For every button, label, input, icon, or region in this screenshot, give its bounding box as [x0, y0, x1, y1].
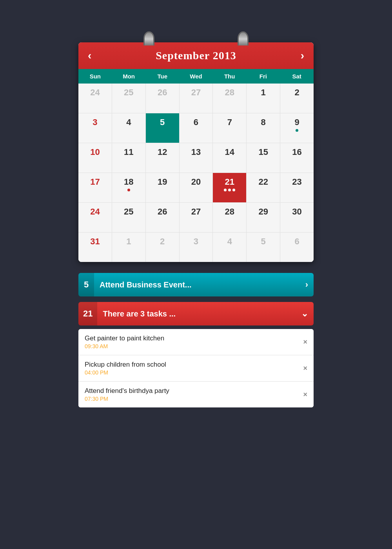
calendar-cell-0-6[interactable]: 2	[280, 84, 314, 113]
calendar-cell-0-4[interactable]: 28	[213, 84, 246, 113]
calendar-cell-5-1[interactable]: 1	[112, 233, 145, 262]
day-name-wed: Wed	[179, 69, 213, 84]
task-time-1: 04:00 PM	[85, 369, 166, 376]
date-number: 8	[261, 117, 266, 127]
task-name-2: Attend friend's birthdya party	[85, 387, 169, 395]
date-number: 22	[258, 177, 268, 187]
date-number: 27	[191, 87, 201, 98]
date-number: 7	[227, 117, 232, 127]
calendar-cell-5-6[interactable]: 6	[280, 233, 314, 262]
date-number: 5	[261, 236, 266, 247]
date-number: 25	[124, 87, 133, 98]
task-name-1: Pickup children from school	[85, 361, 166, 369]
calendar-cell-2-4[interactable]: 14	[213, 143, 246, 173]
date-number: 3	[93, 117, 97, 127]
calendar-cell-4-6[interactable]: 30	[280, 203, 314, 232]
date-number: 28	[225, 207, 234, 217]
task-name-0: Get painter to paint kitchen	[85, 334, 164, 342]
date-number: 2	[294, 87, 299, 98]
task-item-0: Get painter to paint kitchen09:30 AM×	[78, 329, 314, 355]
task-close-button-1[interactable]: ×	[303, 364, 307, 373]
calendar-cell-4-2[interactable]: 26	[146, 203, 179, 232]
task-info-0: Get painter to paint kitchen09:30 AM	[85, 334, 164, 349]
calendar-cell-1-2[interactable]: 5	[146, 113, 179, 143]
calendar-cell-2-6[interactable]: 16	[280, 143, 314, 173]
task-info-1: Pickup children from school04:00 PM	[85, 361, 166, 376]
calendar-cell-1-4[interactable]: 7	[213, 113, 246, 143]
day-name-thu: Thu	[213, 69, 247, 84]
date-number: 17	[90, 177, 100, 187]
prev-month-button[interactable]: ‹	[88, 50, 91, 61]
date-number: 9	[294, 117, 299, 127]
calendar-header: ‹ September 2013 ›	[78, 42, 314, 69]
calendar-cell-5-2[interactable]: 2	[146, 233, 179, 262]
event-bar-5[interactable]: 5 Attend Business Event... ›	[78, 273, 314, 296]
calendar-cell-2-3[interactable]: 13	[180, 143, 213, 173]
event-chevron-down-icon: ⌄	[301, 309, 308, 319]
calendar-cell-5-5[interactable]: 5	[247, 233, 280, 262]
calendar-cell-4-3[interactable]: 27	[180, 203, 213, 232]
calendar-cell-3-6[interactable]: 23	[280, 173, 314, 202]
calendar-cell-4-5[interactable]: 29	[247, 203, 280, 232]
calendar-cell-2-0[interactable]: 10	[78, 143, 112, 173]
calendar-cell-2-2[interactable]: 12	[146, 143, 179, 173]
calendar-cell-3-0[interactable]: 17	[78, 173, 112, 202]
calendar: ‹ September 2013 › SunMonTueWedThuFriSat…	[78, 42, 314, 262]
calendar-cell-0-1[interactable]: 25	[112, 84, 145, 113]
date-number: 1	[261, 87, 266, 98]
calendar-cell-4-1[interactable]: 25	[112, 203, 145, 232]
task-item-1: Pickup children from school04:00 PM×	[78, 355, 314, 382]
task-item-2: Attend friend's birthdya party07:30 PM×	[78, 382, 314, 407]
calendar-cell-3-2[interactable]: 19	[146, 173, 179, 202]
task-time-2: 07:30 PM	[85, 396, 169, 402]
date-number: 10	[90, 147, 100, 157]
calendar-cell-1-1[interactable]: 4	[112, 113, 145, 143]
event-bar-21[interactable]: 21 There are 3 tasks ... ⌄	[78, 302, 314, 325]
date-number: 6	[294, 236, 299, 247]
calendar-cell-0-0[interactable]: 24	[78, 84, 112, 113]
calendar-cell-4-0[interactable]: 24	[78, 203, 112, 232]
day-name-sat: Sat	[280, 69, 314, 84]
task-close-button-0[interactable]: ×	[303, 338, 307, 346]
calendar-cell-0-3[interactable]: 27	[180, 84, 213, 113]
next-month-button[interactable]: ›	[301, 50, 304, 61]
date-number: 23	[292, 177, 301, 187]
date-number: 27	[191, 207, 201, 217]
event-number-21: 21	[78, 302, 97, 325]
calendar-cell-1-3[interactable]: 6	[180, 113, 213, 143]
date-number: 19	[158, 177, 167, 187]
calendar-cell-3-5[interactable]: 22	[247, 173, 280, 202]
calendar-cell-4-4[interactable]: 28	[213, 203, 246, 232]
day-name-mon: Mon	[112, 69, 146, 84]
event-arrow-right-icon: ›	[305, 280, 308, 290]
calendar-cell-1-6[interactable]: 9	[280, 113, 314, 143]
calendar-cell-5-4[interactable]: 4	[213, 233, 246, 262]
calendar-cell-1-5[interactable]: 8	[247, 113, 280, 143]
day-name-fri: Fri	[247, 69, 280, 84]
date-number: 29	[258, 207, 268, 217]
date-number: 25	[124, 207, 133, 217]
date-number: 21	[225, 177, 234, 187]
calendar-cell-3-3[interactable]: 20	[180, 173, 213, 202]
event-bars-section: 5 Attend Business Event... › 21 There ar…	[78, 270, 314, 407]
calendar-cell-3-1[interactable]: 18	[112, 173, 145, 202]
calendar-cell-3-4[interactable]: 21	[213, 173, 246, 202]
white-dot-indicator	[224, 189, 227, 191]
calendar-cell-0-2[interactable]: 26	[146, 84, 179, 113]
task-time-0: 09:30 AM	[85, 343, 164, 349]
calendar-cell-2-1[interactable]: 11	[112, 143, 145, 173]
event-title-5: Attend Business Event...	[100, 280, 305, 289]
date-number: 30	[292, 207, 301, 217]
calendar-cell-0-5[interactable]: 1	[247, 84, 280, 113]
date-number: 4	[126, 117, 131, 127]
calendar-widget: ‹ September 2013 › SunMonTueWedThuFriSat…	[78, 31, 314, 407]
date-number: 5	[160, 117, 165, 127]
calendar-cell-5-0[interactable]: 31	[78, 233, 112, 262]
calendar-cell-1-0[interactable]: 3	[78, 113, 112, 143]
date-number: 4	[227, 236, 232, 247]
task-close-button-2[interactable]: ×	[303, 391, 307, 399]
calendar-cell-2-5[interactable]: 15	[247, 143, 280, 173]
calendar-cell-5-3[interactable]: 3	[180, 233, 213, 262]
ring-right	[238, 31, 249, 45]
day-name-tue: Tue	[145, 69, 179, 84]
